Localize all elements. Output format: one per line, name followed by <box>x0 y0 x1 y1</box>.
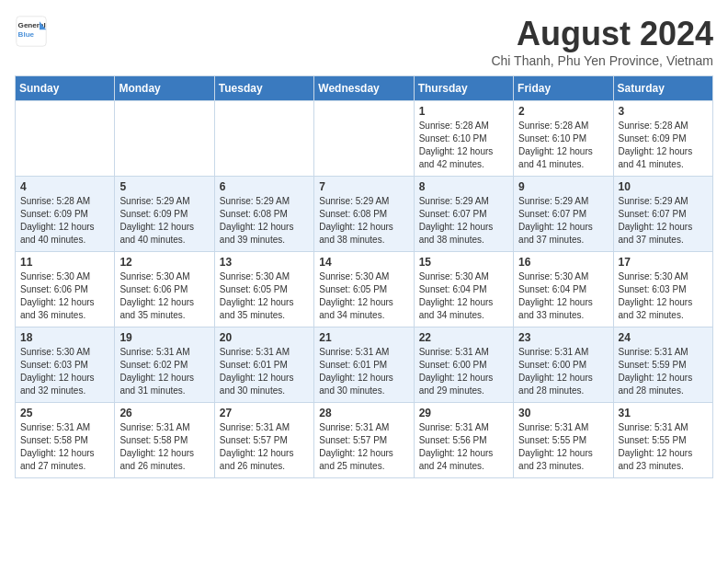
day-info: Sunrise: 5:29 AM Sunset: 6:07 PM Dayligh… <box>518 195 608 247</box>
day-info: Sunrise: 5:28 AM Sunset: 6:09 PM Dayligh… <box>20 195 109 247</box>
day-number: 26 <box>119 407 209 419</box>
page-subtitle: Chi Thanh, Phu Yen Province, Vietnam <box>491 53 713 68</box>
day-number: 12 <box>119 256 209 269</box>
day-info: Sunrise: 5:30 AM Sunset: 6:03 PM Dayligh… <box>20 346 109 397</box>
day-info: Sunrise: 5:31 AM Sunset: 5:57 PM Dayligh… <box>319 421 408 473</box>
day-info: Sunrise: 5:28 AM Sunset: 6:09 PM Dayligh… <box>619 120 708 171</box>
calendar-cell: 12Sunrise: 5:30 AM Sunset: 6:06 PM Dayli… <box>115 252 214 327</box>
calendar-table: SundayMondayTuesdayWednesdayThursdayFrid… <box>15 75 713 478</box>
day-number: 6 <box>220 180 309 193</box>
day-number: 13 <box>220 256 309 269</box>
day-info: Sunrise: 5:29 AM Sunset: 6:07 PM Dayligh… <box>419 195 508 247</box>
day-info: Sunrise: 5:31 AM Sunset: 6:01 PM Dayligh… <box>220 346 309 397</box>
calendar-cell: 23Sunrise: 5:31 AM Sunset: 6:00 PM Dayli… <box>514 327 613 403</box>
calendar-cell: 29Sunrise: 5:31 AM Sunset: 5:56 PM Dayli… <box>414 403 513 478</box>
header-cell-friday: Friday <box>514 76 613 101</box>
day-info: Sunrise: 5:31 AM Sunset: 5:57 PM Dayligh… <box>220 421 309 473</box>
day-info: Sunrise: 5:30 AM Sunset: 6:06 PM Dayligh… <box>20 270 109 322</box>
calendar-cell <box>314 101 414 177</box>
day-info: Sunrise: 5:29 AM Sunset: 6:08 PM Dayligh… <box>319 195 408 247</box>
calendar-cell: 22Sunrise: 5:31 AM Sunset: 6:00 PM Dayli… <box>414 327 513 403</box>
header-cell-wednesday: Wednesday <box>314 76 414 101</box>
day-info: Sunrise: 5:31 AM Sunset: 6:00 PM Dayligh… <box>419 346 508 397</box>
day-info: Sunrise: 5:30 AM Sunset: 6:04 PM Dayligh… <box>518 270 608 322</box>
day-number: 1 <box>419 105 508 118</box>
day-info: Sunrise: 5:28 AM Sunset: 6:10 PM Dayligh… <box>518 120 608 171</box>
calendar-cell: 10Sunrise: 5:29 AM Sunset: 6:07 PM Dayli… <box>613 177 712 252</box>
day-number: 28 <box>319 407 408 419</box>
day-number: 17 <box>619 256 708 269</box>
calendar-cell: 4Sunrise: 5:28 AM Sunset: 6:09 PM Daylig… <box>16 177 115 252</box>
day-number: 29 <box>419 407 508 419</box>
week-row-2: 4Sunrise: 5:28 AM Sunset: 6:09 PM Daylig… <box>16 177 713 252</box>
day-info: Sunrise: 5:28 AM Sunset: 6:10 PM Dayligh… <box>419 120 508 171</box>
day-info: Sunrise: 5:30 AM Sunset: 6:03 PM Dayligh… <box>619 270 708 322</box>
calendar-cell: 6Sunrise: 5:29 AM Sunset: 6:08 PM Daylig… <box>214 177 313 252</box>
calendar-cell: 20Sunrise: 5:31 AM Sunset: 6:01 PM Dayli… <box>214 327 313 403</box>
day-number: 5 <box>119 180 209 193</box>
logo: General Blue <box>15 15 48 48</box>
header-cell-saturday: Saturday <box>613 76 712 101</box>
day-number: 31 <box>619 407 708 419</box>
day-number: 8 <box>419 180 508 193</box>
day-number: 22 <box>419 331 508 344</box>
day-info: Sunrise: 5:29 AM Sunset: 6:07 PM Dayligh… <box>619 195 708 247</box>
day-info: Sunrise: 5:31 AM Sunset: 5:55 PM Dayligh… <box>518 421 608 473</box>
day-info: Sunrise: 5:31 AM Sunset: 5:58 PM Dayligh… <box>20 421 109 473</box>
week-row-3: 11Sunrise: 5:30 AM Sunset: 6:06 PM Dayli… <box>16 252 713 327</box>
calendar-cell: 9Sunrise: 5:29 AM Sunset: 6:07 PM Daylig… <box>514 177 613 252</box>
calendar-cell: 27Sunrise: 5:31 AM Sunset: 5:57 PM Dayli… <box>214 403 313 478</box>
calendar-cell: 7Sunrise: 5:29 AM Sunset: 6:08 PM Daylig… <box>314 177 414 252</box>
header-cell-sunday: Sunday <box>16 76 115 101</box>
day-info: Sunrise: 5:29 AM Sunset: 6:08 PM Dayligh… <box>220 195 309 247</box>
week-row-5: 25Sunrise: 5:31 AM Sunset: 5:58 PM Dayli… <box>16 403 713 478</box>
calendar-cell: 18Sunrise: 5:30 AM Sunset: 6:03 PM Dayli… <box>16 327 115 403</box>
calendar-cell <box>115 101 214 177</box>
day-info: Sunrise: 5:31 AM Sunset: 6:02 PM Dayligh… <box>119 346 209 397</box>
calendar-cell: 11Sunrise: 5:30 AM Sunset: 6:06 PM Dayli… <box>16 252 115 327</box>
day-number: 7 <box>319 180 408 193</box>
day-number: 2 <box>518 105 608 118</box>
day-number: 9 <box>518 180 608 193</box>
calendar-cell: 31Sunrise: 5:31 AM Sunset: 5:55 PM Dayli… <box>613 403 712 478</box>
calendar-cell: 16Sunrise: 5:30 AM Sunset: 6:04 PM Dayli… <box>514 252 613 327</box>
svg-text:Blue: Blue <box>18 30 35 39</box>
day-number: 30 <box>518 407 608 419</box>
day-info: Sunrise: 5:31 AM Sunset: 6:00 PM Dayligh… <box>518 346 608 397</box>
calendar-cell: 1Sunrise: 5:28 AM Sunset: 6:10 PM Daylig… <box>414 101 513 177</box>
day-info: Sunrise: 5:30 AM Sunset: 6:05 PM Dayligh… <box>220 270 309 322</box>
calendar-cell: 19Sunrise: 5:31 AM Sunset: 6:02 PM Dayli… <box>115 327 214 403</box>
calendar-cell: 30Sunrise: 5:31 AM Sunset: 5:55 PM Dayli… <box>514 403 613 478</box>
page-title: August 2024 <box>491 15 713 53</box>
day-number: 23 <box>518 331 608 344</box>
day-info: Sunrise: 5:31 AM Sunset: 5:56 PM Dayligh… <box>419 421 508 473</box>
day-number: 25 <box>20 407 109 419</box>
day-info: Sunrise: 5:30 AM Sunset: 6:06 PM Dayligh… <box>119 270 209 322</box>
day-number: 11 <box>20 256 109 269</box>
day-number: 19 <box>119 331 209 344</box>
day-number: 21 <box>319 331 408 344</box>
calendar-cell: 17Sunrise: 5:30 AM Sunset: 6:03 PM Dayli… <box>613 252 712 327</box>
day-info: Sunrise: 5:30 AM Sunset: 6:05 PM Dayligh… <box>319 270 408 322</box>
calendar-cell: 13Sunrise: 5:30 AM Sunset: 6:05 PM Dayli… <box>214 252 313 327</box>
calendar-cell: 24Sunrise: 5:31 AM Sunset: 5:59 PM Dayli… <box>613 327 712 403</box>
calendar-cell: 21Sunrise: 5:31 AM Sunset: 6:01 PM Dayli… <box>314 327 414 403</box>
header: General Blue August 2024 Chi Thanh, Phu … <box>15 15 713 68</box>
calendar-cell: 25Sunrise: 5:31 AM Sunset: 5:58 PM Dayli… <box>16 403 115 478</box>
day-number: 16 <box>518 256 608 269</box>
calendar-cell: 2Sunrise: 5:28 AM Sunset: 6:10 PM Daylig… <box>514 101 613 177</box>
day-info: Sunrise: 5:31 AM Sunset: 5:59 PM Dayligh… <box>619 346 708 397</box>
day-number: 3 <box>619 105 708 118</box>
day-number: 15 <box>419 256 508 269</box>
calendar-cell: 5Sunrise: 5:29 AM Sunset: 6:09 PM Daylig… <box>115 177 214 252</box>
title-area: August 2024 Chi Thanh, Phu Yen Province,… <box>491 15 713 68</box>
day-number: 20 <box>220 331 309 344</box>
calendar-cell: 3Sunrise: 5:28 AM Sunset: 6:09 PM Daylig… <box>613 101 712 177</box>
day-number: 24 <box>619 331 708 344</box>
calendar-cell <box>214 101 313 177</box>
day-info: Sunrise: 5:31 AM Sunset: 5:58 PM Dayligh… <box>119 421 209 473</box>
calendar-cell: 8Sunrise: 5:29 AM Sunset: 6:07 PM Daylig… <box>414 177 513 252</box>
calendar-cell: 14Sunrise: 5:30 AM Sunset: 6:05 PM Dayli… <box>314 252 414 327</box>
day-number: 18 <box>20 331 109 344</box>
day-info: Sunrise: 5:31 AM Sunset: 5:55 PM Dayligh… <box>619 421 708 473</box>
